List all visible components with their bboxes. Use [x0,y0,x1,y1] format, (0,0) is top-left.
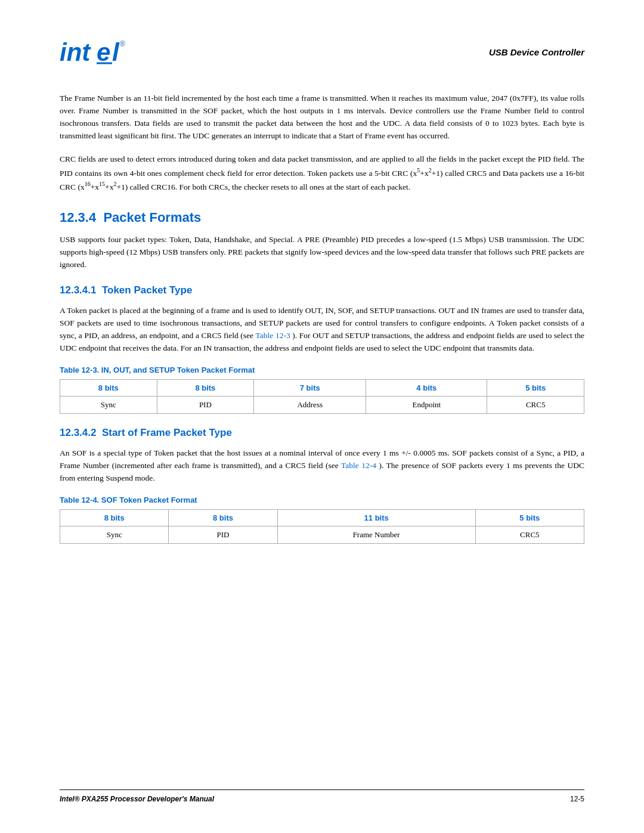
col-header-1: 8 bits [60,379,157,396]
intel-logo-svg: int e l ® [60,36,137,69]
col-header-2: 8 bits [169,509,277,526]
page: int e l ® USB Device Controller The Fram… [0,0,644,833]
cell-sync: Sync [60,396,157,413]
section-12341-body: A Token packet is placed at the beginnin… [60,305,584,355]
page-header: int e l ® USB Device Controller [60,36,584,75]
cell-endpoint: Endpoint [366,396,487,413]
svg-text:e: e [97,38,110,66]
col-header-5: 5 bits [487,379,584,396]
table-12-3-container: Table 12-3. IN, OUT, and SETUP Token Pac… [60,366,584,414]
section-12342-body: An SOF is a special type of Token packet… [60,447,584,485]
table-12-4-body: Sync PID Frame Number CRC5 [60,526,584,543]
cell-pid: PID [157,396,254,413]
cell-crc5: CRC5 [487,396,584,413]
table-12-4-caption: Table 12-4. SOF Token Packet Format [60,496,584,504]
svg-text:int: int [60,38,91,66]
table-12-4-container: Table 12-4. SOF Token Packet Format 8 bi… [60,496,584,544]
table-row: Sync PID Frame Number CRC5 [60,526,584,543]
intel-logo: int e l ® [60,36,137,69]
table-row: 8 bits 8 bits 11 bits 5 bits [60,509,584,526]
svg-text:l: l [112,38,120,66]
main-content: The Frame Number is an 11-bit field incr… [60,92,584,544]
col-header-4: 5 bits [475,509,584,526]
table-12-4: 8 bits 8 bits 11 bits 5 bits Sync PID Fr… [60,509,584,544]
table-12-3-link[interactable]: Table 12-3 [256,331,290,340]
table-12-4-header: 8 bits 8 bits 11 bits 5 bits [60,509,584,526]
cell-frame-number: Frame Number [277,526,475,543]
section-12342-heading: 12.3.4.2 Start of Frame Packet Type [60,427,584,439]
table-12-4-link[interactable]: Table 12-4 [341,461,376,470]
svg-text:®: ® [120,40,125,48]
section-1234: 12.3.4 Packet Formats USB supports four … [60,210,584,271]
table-12-3-header: 8 bits 8 bits 7 bits 4 bits 5 bits [60,379,584,396]
section-12342: 12.3.4.2 Start of Frame Packet Type An S… [60,427,584,485]
paragraph-frame-number: The Frame Number is an 11-bit field incr… [60,92,584,143]
table-12-3-body: Sync PID Address Endpoint CRC5 [60,396,584,413]
table-12-3-caption: Table 12-3. IN, OUT, and SETUP Token Pac… [60,366,584,374]
cell-sync: Sync [60,526,169,543]
cell-address: Address [254,396,366,413]
col-header-2: 8 bits [157,379,254,396]
page-footer: Intel® PXA255 Processor Developer's Manu… [60,789,584,803]
cell-pid: PID [169,526,277,543]
table-12-3: 8 bits 8 bits 7 bits 4 bits 5 bits Sync … [60,379,584,414]
section-12341-heading: 12.3.4.1 Token Packet Type [60,284,584,296]
section-12341: 12.3.4.1 Token Packet Type A Token packe… [60,284,584,355]
section-1234-heading: 12.3.4 Packet Formats [60,210,584,225]
col-header-3: 11 bits [277,509,475,526]
table-row: 8 bits 8 bits 7 bits 4 bits 5 bits [60,379,584,396]
paragraph-crc-fields: CRC fields are used to detect errors int… [60,153,584,194]
section-1234-body: USB supports four packet types: Token, D… [60,234,584,271]
col-header-4: 4 bits [366,379,487,396]
footer-page-number: 12-5 [570,795,584,803]
cell-crc5: CRC5 [475,526,584,543]
footer-left-text: Intel® PXA255 Processor Developer's Manu… [60,795,214,803]
header-title: USB Device Controller [489,47,584,57]
col-header-3: 7 bits [254,379,366,396]
col-header-1: 8 bits [60,509,169,526]
table-row: Sync PID Address Endpoint CRC5 [60,396,584,413]
